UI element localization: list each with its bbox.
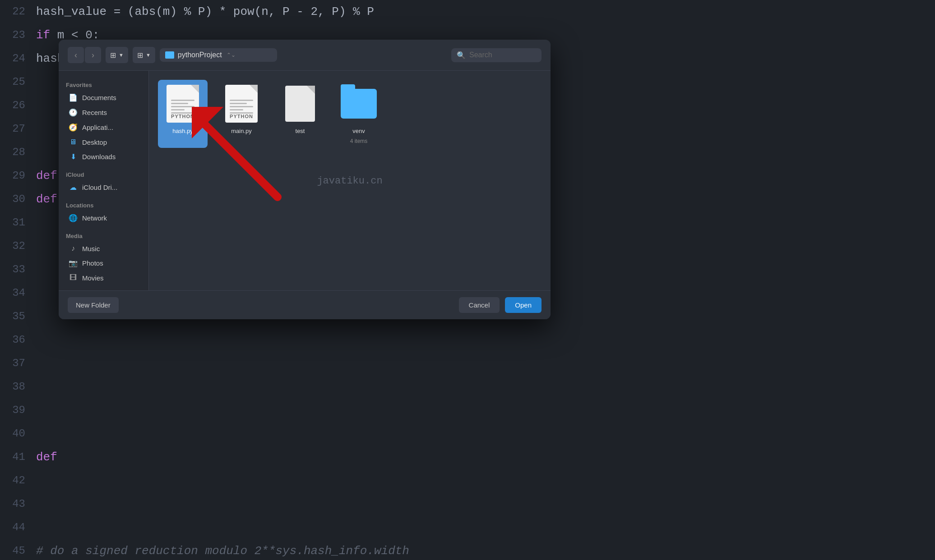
document-icon: 📄 <box>69 93 78 102</box>
sidebar: Favorites 📄 Documents 🕐 Recents 🧭 Applic… <box>59 71 149 290</box>
sidebar-item-photos[interactable]: 📷 Photos <box>61 256 146 271</box>
open-button[interactable]: Open <box>505 297 542 313</box>
dialog-footer: New Folder Cancel Open <box>59 290 551 319</box>
file-item-venv[interactable]: venv 4 items <box>334 80 384 148</box>
sidebar-item-network[interactable]: 🌐 Network <box>61 211 146 225</box>
sidebar-item-downloads[interactable]: ⬇ Downloads <box>61 149 146 164</box>
location-chevron-icon: ⌃⌄ <box>227 52 272 58</box>
downloads-icon: ⬇ <box>69 152 78 161</box>
hash-py-icon-container: PYTHON <box>165 83 201 124</box>
file-open-dialog: ‹ › ⊞ ▼ ⊞ ▼ pythonProject ⌃⌄ 🔍 Favorites… <box>59 40 551 319</box>
grid-icon: ⊞ <box>110 51 116 60</box>
forward-button[interactable]: › <box>85 47 101 63</box>
folder-icon-venv <box>341 89 377 119</box>
view-dropdown-icon: ▼ <box>119 52 124 58</box>
dialog-toolbar: ‹ › ⊞ ▼ ⊞ ▼ pythonProject ⌃⌄ 🔍 <box>59 40 551 71</box>
python-file-icon: PYTHON <box>167 85 199 123</box>
icloud-icon: ☁ <box>69 183 78 192</box>
sidebar-item-applications[interactable]: 🧭 Applicati... <box>61 120 146 135</box>
icloud-label: iCloud <box>59 168 148 180</box>
file-item-hash-py[interactable]: PYTHON hash.py <box>158 80 208 148</box>
downloads-label: Downloads <box>82 153 116 161</box>
desktop-label: Desktop <box>82 138 107 146</box>
sidebar-item-movies[interactable]: 🎞 Movies <box>61 271 146 285</box>
footer-actions: Cancel Open <box>459 297 542 313</box>
file-area: PYTHON hash.py PY <box>149 71 551 290</box>
recents-label: Recents <box>82 109 107 116</box>
hash-py-name: hash.py <box>172 128 193 134</box>
python-file-icon-2: PYTHON <box>225 85 258 123</box>
file-item-test[interactable]: test <box>275 80 325 148</box>
sidebar-item-icloud-drive[interactable]: ☁ iCloud Dri... <box>61 180 146 195</box>
main-py-icon-container: PYTHON <box>223 83 259 124</box>
cancel-button[interactable]: Cancel <box>459 297 500 313</box>
location-selector[interactable]: pythonProject ⌃⌄ <box>160 48 277 62</box>
desktop-icon: 🖥 <box>69 138 78 146</box>
venv-icon-container <box>341 83 377 124</box>
sidebar-item-music[interactable]: ♪ Music <box>61 241 146 256</box>
view-grid-button[interactable]: ⊞ ▼ <box>106 47 128 63</box>
search-input[interactable] <box>469 51 536 59</box>
sidebar-item-recents[interactable]: 🕐 Recents <box>61 105 146 120</box>
applications-label: Applicati... <box>82 124 113 131</box>
folder-icon <box>165 51 174 59</box>
dialog-body: Favorites 📄 Documents 🕐 Recents 🧭 Applic… <box>59 71 551 290</box>
back-button[interactable]: ‹ <box>68 47 84 63</box>
music-label: Music <box>82 245 100 252</box>
applications-icon: 🧭 <box>69 123 78 132</box>
locations-label: Locations <box>59 198 148 211</box>
media-label: Media <box>59 229 148 241</box>
network-label: Network <box>82 214 107 222</box>
new-folder-button[interactable]: New Folder <box>68 297 119 313</box>
main-py-name: main.py <box>231 128 252 134</box>
test-icon-container <box>282 83 318 124</box>
generic-file-icon <box>285 86 315 122</box>
sidebar-item-documents[interactable]: 📄 Documents <box>61 90 146 105</box>
file-item-main-py[interactable]: PYTHON main.py <box>217 80 266 148</box>
group-icon: ⊞ <box>137 51 143 60</box>
network-icon: 🌐 <box>69 214 78 222</box>
movies-icon: 🎞 <box>69 274 78 282</box>
test-name: test <box>296 128 305 134</box>
location-label: pythonProject <box>178 51 223 59</box>
search-icon: 🔍 <box>457 51 466 60</box>
search-box[interactable]: 🔍 <box>451 48 542 62</box>
recents-icon: 🕐 <box>69 108 78 117</box>
music-icon: ♪ <box>69 244 78 252</box>
sidebar-item-desktop[interactable]: 🖥 Desktop <box>61 135 146 149</box>
view-group-button[interactable]: ⊞ ▼ <box>133 47 155 63</box>
favorites-label: Favorites <box>59 78 148 90</box>
documents-label: Documents <box>82 94 116 101</box>
center-watermark: javatiku.cn <box>317 175 382 186</box>
nav-buttons: ‹ › <box>68 47 101 63</box>
venv-name: venv <box>352 128 365 134</box>
photos-icon: 📷 <box>69 259 78 267</box>
venv-subtitle: 4 items <box>350 138 368 144</box>
photos-label: Photos <box>82 259 103 267</box>
movies-label: Movies <box>82 274 104 282</box>
group-dropdown-icon: ▼ <box>146 52 151 58</box>
icloud-drive-label: iCloud Dri... <box>82 184 117 191</box>
